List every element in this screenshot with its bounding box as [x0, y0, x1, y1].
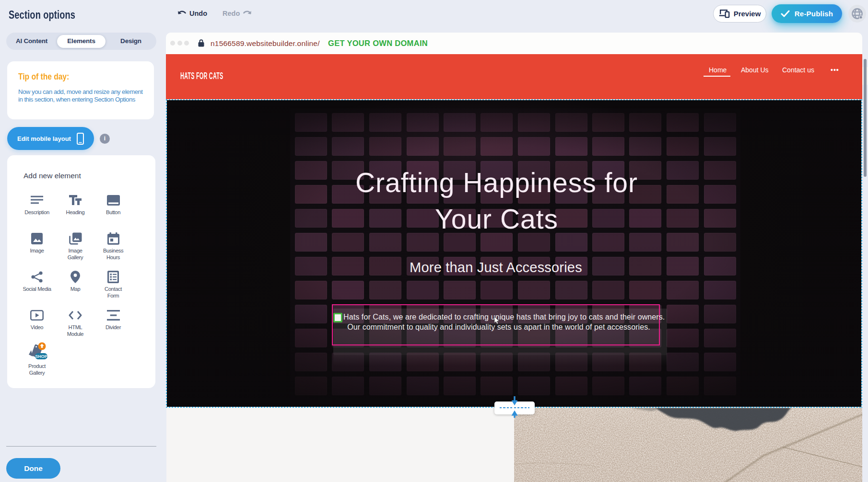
svg-text:SHOP: SHOP: [35, 354, 47, 359]
